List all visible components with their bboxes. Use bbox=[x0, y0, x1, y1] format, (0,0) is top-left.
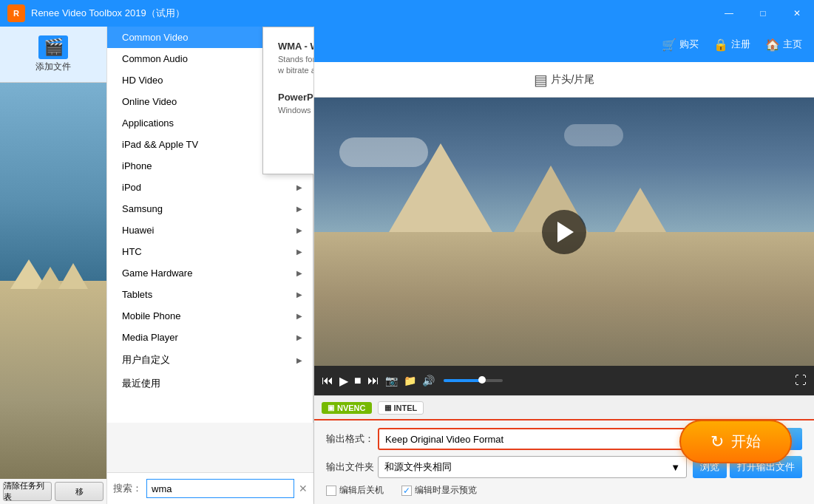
main-container: 🎬 添加文件 清除任务列表 移 Common Video bbox=[0, 27, 814, 504]
buy-button[interactable]: 🛒 购买 bbox=[662, 38, 699, 52]
bottom-buttons: 清除任务列表 移 bbox=[0, 479, 106, 504]
volume-slider[interactable] bbox=[444, 379, 503, 382]
left-panel: 🎬 添加文件 清除任务列表 移 bbox=[0, 27, 107, 504]
lock-icon: 🔒 bbox=[713, 38, 728, 52]
next-button[interactable]: ⏭ bbox=[367, 374, 379, 387]
start-button[interactable]: ↻ 开始 bbox=[679, 420, 792, 463]
video-preview bbox=[314, 98, 814, 366]
folder-label: 输出文件夹： bbox=[326, 460, 378, 474]
app-title: Renee Video Toolbox 2019（试用） bbox=[31, 7, 185, 20]
nvenc-badge: ▣ NVENC bbox=[322, 402, 372, 414]
menu-item-mobile-phone[interactable]: Mobile Phone ▶ bbox=[107, 305, 313, 327]
hw-badges: ▣ NVENC ▦ INTEL bbox=[314, 395, 814, 419]
shutdown-checkbox[interactable]: 编辑后关机 bbox=[326, 484, 384, 497]
clear-list-button[interactable]: 清除任务列表 bbox=[3, 482, 52, 501]
chevron-right-icon: ▶ bbox=[296, 205, 302, 213]
close-button[interactable]: ✕ bbox=[780, 0, 814, 27]
video-area: ▤ 片头/片尾 bbox=[314, 62, 814, 419]
checkbox-box-preview: ✓ bbox=[401, 486, 412, 496]
start-button-container: ↻ 开始 bbox=[679, 420, 792, 463]
screenshot-button[interactable]: 📷 bbox=[385, 375, 398, 386]
pyramid-3 bbox=[614, 188, 666, 232]
play-button[interactable] bbox=[542, 210, 586, 254]
menu-panel: Common Video ▶ Common Audio ▶ HD Video ▶… bbox=[107, 27, 314, 504]
toolbar: 🎬 添加文件 bbox=[0, 27, 106, 83]
chevron-right-icon: ▶ bbox=[296, 333, 302, 341]
prev-button[interactable]: ⏮ bbox=[322, 374, 333, 387]
submenu-item-desc: Stands for windows media audio,popular a… bbox=[278, 54, 314, 77]
right-content: 🛒 购买 🔒 注册 🏠 主页 ▤ 片头/片尾 bbox=[314, 27, 814, 504]
app-logo: R bbox=[7, 4, 25, 22]
chevron-right-icon: ▶ bbox=[296, 248, 302, 256]
video-icon: ▤ bbox=[534, 71, 548, 89]
minimize-button[interactable]: — bbox=[712, 0, 746, 27]
submenu-item-desc-2: Windows Media Audio profile optimized fo… bbox=[278, 105, 314, 116]
checkbox-row: 编辑后关机 ✓ 编辑时显示预览 bbox=[326, 484, 802, 497]
chevron-right-icon: ▶ bbox=[296, 356, 302, 364]
format-label: 输出格式： bbox=[326, 432, 378, 446]
chevron-right-icon: ▶ bbox=[296, 269, 302, 277]
format-value: Keep Original Video Format bbox=[385, 434, 503, 445]
volume-thumb bbox=[478, 376, 486, 384]
window-controls: — □ ✕ bbox=[712, 0, 814, 27]
add-file-label: 添加文件 bbox=[35, 61, 71, 73]
menu-item-huawei[interactable]: Huawei ▶ bbox=[107, 219, 313, 241]
open-folder-button[interactable]: 📁 bbox=[404, 375, 416, 386]
menu-item-htc[interactable]: HTC ▶ bbox=[107, 241, 313, 262]
menu-item-custom[interactable]: 用户自定义 ▶ bbox=[107, 348, 313, 372]
menu-item-recent[interactable]: 最近使用 bbox=[107, 372, 313, 395]
submenu-panel: WMA - Windows Media Audio (*.wma) Stands… bbox=[262, 27, 314, 174]
preview-checkbox[interactable]: ✓ 编辑时显示预览 bbox=[401, 484, 477, 497]
video-title-area: ▤ 片头/片尾 bbox=[314, 62, 814, 98]
maximize-button[interactable]: □ bbox=[746, 0, 780, 27]
title-bar: R Renee Video Toolbox 2019（试用） — □ ✕ bbox=[0, 0, 814, 27]
submenu-item-title: WMA - Windows Media Audio (*.wma) bbox=[278, 41, 314, 52]
stop-button[interactable]: ■ bbox=[354, 374, 362, 387]
search-clear-icon[interactable]: ✕ bbox=[299, 483, 308, 494]
add-file-button[interactable]: 🎬 添加文件 bbox=[30, 33, 77, 76]
menu-item-samsung[interactable]: Samsung ▶ bbox=[107, 198, 313, 219]
intel-logo: ▦ bbox=[384, 403, 391, 412]
player-controls: ⏮ ▶ ■ ⏭ 📷 📁 🔊 ⛶ bbox=[314, 366, 814, 395]
submenu-item-ppt-audio[interactable]: PowerPoint Audio (*.wma) Windows Media A… bbox=[269, 84, 314, 123]
register-button[interactable]: 🔒 注册 bbox=[713, 38, 750, 52]
checkbox-box-shutdown bbox=[326, 486, 336, 496]
thumbnail-area bbox=[0, 83, 106, 479]
home-button[interactable]: 🏠 主页 bbox=[765, 38, 802, 52]
menu-item-game-hardware[interactable]: Game Hardware ▶ bbox=[107, 262, 313, 284]
intel-badge: ▦ INTEL bbox=[378, 401, 424, 415]
pyramid-1 bbox=[389, 143, 492, 232]
submenu-item-title-2: PowerPoint Audio (*.wma) bbox=[278, 92, 314, 103]
fullscreen-button[interactable]: ⛶ bbox=[795, 374, 807, 387]
add-file-icon: 🎬 bbox=[38, 35, 68, 59]
menu-item-media-player[interactable]: Media Player ▶ bbox=[107, 327, 313, 348]
volume-icon: 🔊 bbox=[422, 375, 435, 386]
chevron-right-icon: ▶ bbox=[296, 183, 302, 191]
menu-item-ipod[interactable]: iPod ▶ bbox=[107, 177, 313, 198]
search-label: 搜索： bbox=[113, 482, 142, 495]
refresh-icon: ↻ bbox=[710, 432, 724, 452]
home-icon: 🏠 bbox=[765, 38, 780, 52]
header-bar: 🛒 购买 🔒 注册 🏠 主页 bbox=[314, 27, 814, 62]
edit-button[interactable]: 移 bbox=[55, 482, 104, 501]
chevron-right-icon: ▶ bbox=[296, 226, 302, 234]
play-pause-button[interactable]: ▶ bbox=[339, 374, 348, 388]
folder-select[interactable]: 和源文件夹相同 ▼ bbox=[378, 456, 687, 478]
nvenc-logo: ▣ bbox=[328, 403, 334, 412]
video-title: 片头/片尾 bbox=[551, 73, 595, 86]
search-box: 搜索： ✕ bbox=[107, 472, 313, 504]
search-input[interactable] bbox=[146, 479, 294, 498]
menu-item-tablets[interactable]: Tablets ▶ bbox=[107, 284, 313, 305]
submenu-item-wma[interactable]: WMA - Windows Media Audio (*.wma) Stands… bbox=[269, 33, 314, 84]
folder-value: 和源文件夹相同 bbox=[384, 460, 452, 474]
chevron-right-icon: ▶ bbox=[296, 290, 302, 299]
play-triangle-icon bbox=[557, 222, 574, 242]
chevron-right-icon: ▶ bbox=[296, 312, 302, 320]
cart-icon: 🛒 bbox=[662, 38, 676, 52]
